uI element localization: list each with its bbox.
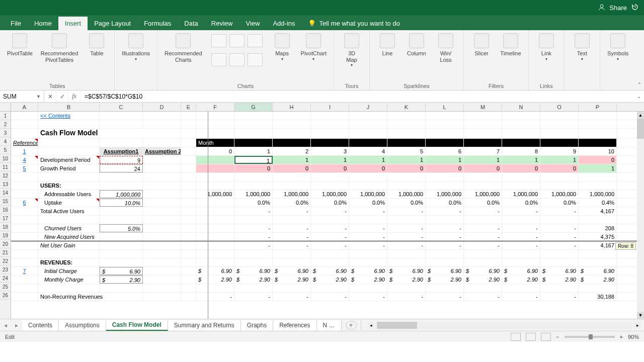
- cell[interactable]: -: [540, 224, 579, 232]
- rowhead[interactable]: 21: [0, 248, 11, 257]
- rowhead[interactable]: 12: [0, 171, 11, 180]
- cell[interactable]: -: [502, 241, 540, 249]
- hscroll-right-icon[interactable]: ▸: [634, 322, 641, 329]
- accept-formula-button[interactable]: ✓: [56, 90, 68, 102]
- cell[interactable]: $6.90: [464, 267, 502, 275]
- cell[interactable]: -: [426, 241, 464, 249]
- cell[interactable]: $2.90: [234, 276, 273, 284]
- cell[interactable]: $2.90: [579, 276, 617, 284]
- scroll-up-icon[interactable]: ▲: [637, 112, 644, 119]
- colhead-A[interactable]: A: [11, 103, 38, 111]
- sheet-nav-next[interactable]: ▸: [11, 322, 22, 329]
- table-button[interactable]: Table: [84, 32, 109, 58]
- cell[interactable]: -: [273, 233, 311, 241]
- tab-insert[interactable]: Insert: [58, 17, 88, 30]
- ref-link[interactable]: 7: [11, 267, 38, 275]
- zoom-in-button[interactable]: +: [620, 334, 623, 340]
- tab-data[interactable]: Data: [178, 17, 204, 30]
- scroll-thumb[interactable]: [637, 119, 644, 139]
- cell[interactable]: -: [464, 224, 502, 232]
- cell[interactable]: 0: [426, 164, 464, 172]
- colhead-M[interactable]: M: [464, 103, 502, 111]
- editing-cell[interactable]: 1: [234, 156, 273, 164]
- cell[interactable]: -: [349, 233, 387, 241]
- cell[interactable]: -: [502, 233, 540, 241]
- name-box[interactable]: SUM▼: [0, 90, 44, 102]
- cell[interactable]: -: [387, 241, 426, 249]
- recommended-pivottables-button[interactable]: Recommended PivotTables: [39, 32, 80, 64]
- colhead-B[interactable]: B: [38, 103, 100, 111]
- cell[interactable]: $6.90: [540, 267, 579, 275]
- ref-link[interactable]: 6: [11, 199, 38, 207]
- cell[interactable]: $6.90: [579, 267, 617, 275]
- colhead-H[interactable]: H: [273, 103, 311, 111]
- cell[interactable]: 0: [540, 164, 579, 172]
- namebox-dropdown-icon[interactable]: ▼: [36, 94, 41, 99]
- cell[interactable]: 0.4%: [579, 199, 617, 207]
- cell[interactable]: 0: [311, 164, 349, 172]
- view-normal-button[interactable]: [511, 333, 521, 341]
- colhead-P[interactable]: P: [579, 103, 617, 111]
- colhead-C[interactable]: C: [100, 103, 143, 111]
- cell[interactable]: -: [311, 241, 349, 249]
- cell[interactable]: 1,000,000: [273, 190, 311, 198]
- cell[interactable]: -: [464, 233, 502, 241]
- cell[interactable]: -: [273, 224, 311, 232]
- rowhead[interactable]: 4: [0, 137, 11, 146]
- rowhead[interactable]: 11: [0, 163, 11, 171]
- rowhead[interactable]: 3: [0, 129, 11, 137]
- rowhead[interactable]: 15: [0, 197, 11, 206]
- cell[interactable]: 0: [387, 164, 426, 172]
- text-button[interactable]: Text▾: [570, 32, 595, 62]
- cell[interactable]: 0.0%: [540, 199, 579, 207]
- tab-pagelayout[interactable]: Page Layout: [88, 17, 137, 30]
- tab-home[interactable]: Home: [28, 17, 58, 30]
- colhead-J[interactable]: J: [349, 103, 387, 111]
- select-all-triangle[interactable]: [0, 103, 11, 111]
- cell[interactable]: $2.90: [196, 276, 234, 284]
- cell[interactable]: $2.90: [540, 276, 579, 284]
- cell[interactable]: [196, 207, 234, 215]
- contents-link[interactable]: << Contents: [38, 112, 100, 120]
- cell-area[interactable]: << Contents Cash Flow Model ReferenceMon…: [11, 112, 644, 319]
- cell[interactable]: -: [311, 233, 349, 241]
- cell[interactable]: -: [426, 207, 464, 215]
- hscroll-left-icon[interactable]: ◂: [368, 322, 375, 329]
- ribbon-collapse-icon[interactable]: ˄: [638, 82, 641, 89]
- tab-formulas[interactable]: Formulas: [137, 17, 178, 30]
- addr-users-value[interactable]: 1,000,000: [100, 190, 143, 198]
- cell[interactable]: [196, 199, 234, 207]
- cell[interactable]: 0: [579, 156, 617, 164]
- cell[interactable]: 1,000,000: [311, 190, 349, 198]
- sparkline-column-button[interactable]: Column: [404, 32, 429, 58]
- sheet-tab[interactable]: Graphs: [241, 320, 273, 330]
- cell[interactable]: $6.90: [273, 267, 311, 275]
- sheet-tab[interactable]: Summary and Returns: [168, 320, 241, 330]
- cell[interactable]: -: [387, 224, 426, 232]
- rowhead[interactable]: 26: [0, 291, 11, 300]
- colhead-F[interactable]: F: [196, 103, 234, 111]
- cell[interactable]: 1: [426, 156, 464, 164]
- cell[interactable]: [196, 156, 234, 164]
- cell[interactable]: 1,000,000: [426, 190, 464, 198]
- cell[interactable]: 4,375: [579, 233, 617, 241]
- scroll-down-icon[interactable]: ▼: [637, 312, 644, 319]
- cell[interactable]: 0: [234, 164, 273, 172]
- rowhead[interactable]: 14: [0, 189, 11, 197]
- sheet-tab[interactable]: Assumptions: [59, 320, 106, 330]
- user-icon[interactable]: [598, 4, 605, 12]
- rowhead[interactable]: 1: [0, 112, 11, 120]
- symbols-button[interactable]: Symbols▾: [605, 32, 630, 62]
- cell[interactable]: $2.90: [311, 276, 349, 284]
- cell[interactable]: $2.90: [502, 276, 540, 284]
- cell[interactable]: -: [387, 207, 426, 215]
- view-pagelayout-button[interactable]: [526, 333, 536, 341]
- cell[interactable]: -: [426, 224, 464, 232]
- cell[interactable]: [196, 224, 234, 232]
- colhead-G[interactable]: G: [234, 103, 273, 111]
- slicer-button[interactable]: Slicer: [469, 32, 494, 58]
- cell[interactable]: [196, 233, 234, 241]
- chart-line-icon[interactable]: [248, 34, 263, 47]
- expand-formulabar-icon[interactable]: ⌄: [634, 94, 644, 99]
- cell[interactable]: -: [540, 207, 579, 215]
